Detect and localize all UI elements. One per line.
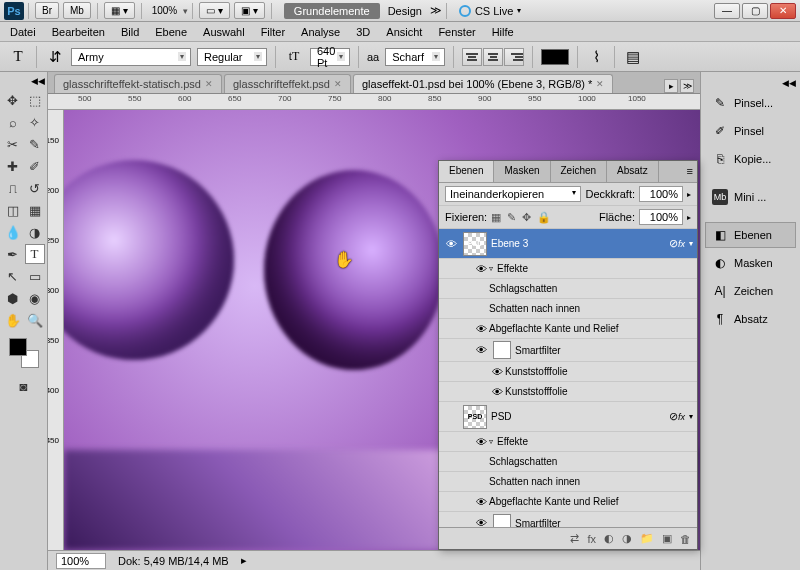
lock-all-icon[interactable]: 🔒 [537,211,551,224]
type-tool[interactable]: T [25,244,45,264]
menu-filter[interactable]: Filter [261,26,285,38]
move-tool[interactable]: ✥ [3,90,23,110]
chevron-down-icon[interactable]: ▾ [689,239,693,248]
link-icon[interactable]: ⊘ [669,410,678,423]
visibility-icon[interactable]: 👁 [473,436,489,448]
layer-effekte2[interactable]: 👁▿Effekte [439,432,697,452]
3d-camera-tool[interactable]: ◉ [25,288,45,308]
doc-tab-3[interactable]: glaseffekt-01.psd bei 100% (Ebene 3, RGB… [353,74,613,93]
close-button[interactable]: ✕ [770,3,796,19]
tab-ebenen[interactable]: Ebenen [439,161,494,182]
layer-schlagschatten[interactable]: Schlagschatten [439,279,697,299]
close-icon[interactable]: ✕ [334,79,342,89]
maximize-button[interactable]: ▢ [742,3,768,19]
menu-analyse[interactable]: Analyse [301,26,340,38]
tab-absatz[interactable]: Absatz [607,161,659,182]
layer-thumb[interactable]: PSD [463,232,487,256]
ruler-horizontal[interactable]: 500 550 600 650 700 750 800 850 900 950 … [48,94,700,110]
trash-icon[interactable]: 🗑 [680,533,691,545]
doc-tab-2[interactable]: glasschrifteffekt.psd✕ [224,74,351,93]
layer-thumb[interactable]: PSD [463,405,487,429]
path-tool[interactable]: ↖ [3,266,23,286]
panel-menu-icon[interactable]: ≡ [683,161,697,182]
menu-ebene[interactable]: Ebene [155,26,187,38]
zoom-input[interactable]: 100% [56,553,106,569]
lock-pixels-icon[interactable]: ✎ [507,211,516,224]
quickmask-tool[interactable]: ◙ [14,376,34,396]
layer-kunststoff2[interactable]: 👁Kunststofffolie [439,382,697,402]
blur-tool[interactable]: 💧 [3,222,23,242]
layer-schatten-innen[interactable]: Schatten nach innen [439,299,697,319]
adjustment-icon[interactable]: ◑ [622,532,632,545]
menu-datei[interactable]: Datei [10,26,36,38]
brush-tool[interactable]: ✐ [25,156,45,176]
menu-ansicht[interactable]: Ansicht [386,26,422,38]
visibility-icon[interactable]: 👁 [473,323,489,335]
text-color-swatch[interactable] [541,49,569,65]
visibility-icon[interactable]: 👁 [489,386,505,398]
hand-tool[interactable]: ✋ [3,310,23,330]
menu-hilfe[interactable]: Hilfe [492,26,514,38]
fill-input[interactable]: 100% [639,209,683,225]
menu-bearbeiten[interactable]: Bearbeiten [52,26,105,38]
layer-smartfilter2[interactable]: 👁Smartfilter [439,512,697,527]
close-icon[interactable]: ✕ [596,79,604,89]
dock-pinsel[interactable]: ✐Pinsel [705,118,796,144]
chevron-down-icon[interactable]: ▾ [689,412,693,421]
tab-menu-icon[interactable]: ≫ [680,79,694,93]
screen-mode-button[interactable]: ▣ ▾ [234,2,265,19]
gradient-tool[interactable]: ▦ [25,200,45,220]
pen-tool[interactable]: ✒ [3,244,23,264]
crop-tool[interactable]: ✂ [3,134,23,154]
menu-auswahl[interactable]: Auswahl [203,26,245,38]
dock-ebenen[interactable]: ◧Ebenen [705,222,796,248]
ruler-vertical[interactable]: 150 200 250 300 350 400 450 [48,110,64,550]
character-panel-icon[interactable]: ▤ [623,47,643,67]
visibility-icon[interactable]: 👁 [443,238,459,250]
font-family-dropdown[interactable]: Army [71,48,191,66]
3d-tool[interactable]: ⬢ [3,288,23,308]
menu-bild[interactable]: Bild [121,26,139,38]
layer-kante-relief[interactable]: 👁Abgeflachte Kante und Relief [439,319,697,339]
fx-badge[interactable]: fx [678,239,685,249]
mask-icon[interactable]: ◐ [604,532,614,545]
tab-masken[interactable]: Masken [494,161,550,182]
layer-psd[interactable]: PSD PSD ⊘ fx ▾ [439,402,697,432]
eyedropper-tool[interactable]: ✎ [25,134,45,154]
warp-text-icon[interactable]: ⌇ [586,47,606,67]
layer-smartfilter[interactable]: 👁Smartfilter [439,339,697,362]
workspace-active[interactable]: Grundelemente [284,3,380,19]
align-right-button[interactable] [504,48,524,66]
heal-tool[interactable]: ✚ [3,156,23,176]
layers-panel[interactable]: Ebenen Masken Zeichen Absatz ≡ Ineinande… [438,160,698,550]
opacity-input[interactable]: 100% [639,186,683,202]
new-layer-icon[interactable]: ▣ [662,532,672,545]
font-size-dropdown[interactable]: 640 Pt [310,48,350,66]
dock-zeichen[interactable]: A|Zeichen [705,278,796,304]
shape-tool[interactable]: ▭ [25,266,45,286]
wand-tool[interactable]: ✧ [25,112,45,132]
layer-ebene3[interactable]: 👁 PSD Ebene 3 ⊘ fx ▾ [439,229,697,259]
dock-absatz[interactable]: ¶Absatz [705,306,796,332]
stamp-tool[interactable]: ⎍ [3,178,23,198]
color-swatches[interactable] [9,338,39,368]
lasso-tool[interactable]: ⌕ [3,112,23,132]
layer-schatten-innen2[interactable]: Schatten nach innen [439,472,697,492]
filter-mask-thumb[interactable] [493,514,511,527]
dock-masken[interactable]: ◐Masken [705,250,796,276]
minimize-button[interactable]: — [714,3,740,19]
visibility-icon[interactable]: 👁 [489,366,505,378]
lock-position-icon[interactable]: ✥ [522,211,531,224]
arrange-button[interactable]: ▭ ▾ [199,2,230,19]
cslive-button[interactable]: CS Live ▾ [459,5,522,17]
bridge-button[interactable]: Br [35,2,59,19]
zoom-tool[interactable]: 🔍 [25,310,45,330]
marquee-tool[interactable]: ⬚ [25,90,45,110]
align-center-button[interactable] [483,48,503,66]
dock-collapse-icon[interactable]: ◀◀ [782,78,796,88]
workspace-design[interactable]: Design [380,3,430,19]
minibridge-button[interactable]: Mb [63,2,91,19]
visibility-icon[interactable]: 👁 [473,344,489,356]
menu-3d[interactable]: 3D [356,26,370,38]
filter-mask-thumb[interactable] [493,341,511,359]
